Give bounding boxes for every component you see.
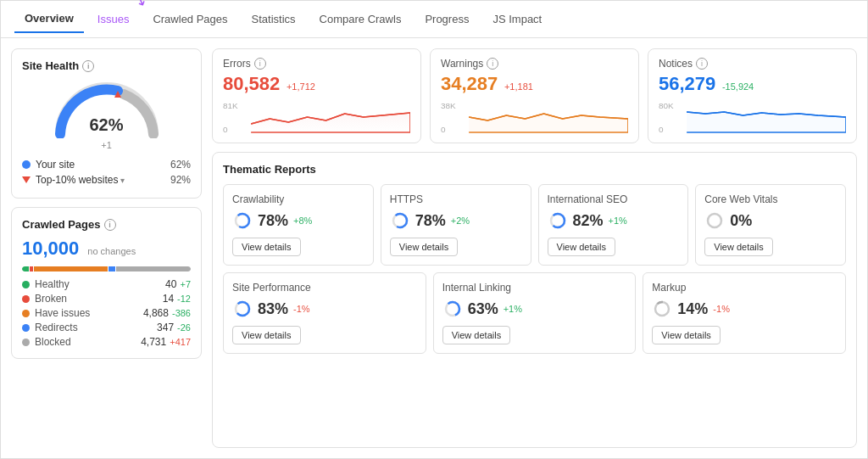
redirects-dot	[22, 324, 30, 332]
crawlability-circle-icon	[232, 210, 253, 231]
bar-blocked	[116, 266, 191, 271]
crawled-progress-bar	[22, 266, 191, 271]
nav-bar: Overview Issues ↙ Crawled Pages Statisti…	[1, 1, 867, 38]
crawled-legend-broken: Broken 14 -12	[22, 293, 191, 305]
svg-point-13	[708, 214, 721, 227]
crawlability-view-details-button[interactable]: View details	[232, 238, 301, 256]
https-view-details-button[interactable]: View details	[390, 238, 459, 256]
markup-view-details-button[interactable]: View details	[652, 326, 721, 344]
crawled-legend-healthy: Healthy 40 +7	[22, 278, 191, 290]
international-seo-view-details-button[interactable]: View details	[548, 238, 616, 256]
notices-value-row: 56,279 -15,924	[659, 73, 846, 95]
gauge-svg: 62%	[52, 79, 162, 138]
report-site-performance: Site Performance 83% -1% View de	[223, 272, 426, 354]
gauge-change: +1	[101, 140, 112, 150]
https-pct-row: 78% +2%	[390, 210, 522, 231]
notices-info-icon[interactable]: i	[696, 58, 708, 70]
bar-redirects	[108, 266, 115, 271]
errors-value-row: 80,582 +1,712	[223, 73, 410, 95]
legend-row-top10: Top-10% websites ▾ 92%	[22, 172, 191, 188]
report-https: HTTPS 78% +2% View details	[381, 184, 531, 266]
internal-linking-view-details-button[interactable]: View details	[442, 326, 511, 344]
errors-chart: 81K 0	[223, 100, 410, 134]
internal-linking-pct-row: 63% +1%	[442, 299, 627, 319]
crawled-pages-title: Crawled Pages i	[22, 218, 191, 231]
site-performance-pct-row: 83% -1%	[232, 299, 417, 319]
crawled-pages-info-icon[interactable]: i	[104, 219, 116, 231]
crawled-count-row: 10,000 no changes	[22, 238, 191, 260]
errors-label: Errors i	[223, 58, 410, 70]
svg-text:81K: 81K	[223, 101, 238, 109]
gauge-value: 62%	[89, 115, 123, 135]
svg-text:38K: 38K	[441, 101, 456, 109]
nav-item-progress[interactable]: Progress	[415, 6, 479, 32]
crawlability-pct-row: 78% +8%	[232, 210, 364, 231]
stats-row: Errors i 80,582 +1,712	[212, 48, 857, 143]
blocked-dot	[22, 339, 30, 346]
report-markup: Markup 14% -1% View details	[643, 272, 846, 354]
core-web-vitals-pct-row: 0%	[704, 210, 837, 231]
crawled-legend-redirects: Redirects 347 -26	[22, 322, 191, 333]
svg-point-18	[655, 302, 669, 316]
warnings-value-row: 34,287 +1,181	[441, 73, 628, 95]
site-health-title: Site Health i	[22, 59, 191, 72]
internal-linking-circle-icon	[442, 299, 463, 319]
notices-label: Notices i	[659, 58, 846, 70]
report-core-web-vitals: Core Web Vitals 0% View details	[695, 184, 846, 266]
https-circle-icon	[390, 210, 410, 231]
nav-item-js-impact[interactable]: JS Impact	[482, 6, 552, 32]
crawled-legend-have-issues: Have issues 4,868 -386	[22, 307, 191, 319]
legend-row-your-site: Your site 62%	[22, 157, 191, 172]
nav-item-issues[interactable]: Issues ↙	[87, 6, 140, 32]
nav-item-overview[interactable]: Overview	[14, 5, 84, 33]
have-issues-dot	[22, 310, 30, 317]
bar-broken	[30, 266, 33, 271]
nav-item-crawled-pages[interactable]: Crawled Pages	[142, 6, 237, 32]
core-web-vitals-view-details-button[interactable]: View details	[704, 238, 773, 256]
site-health-card: Site Health i	[11, 48, 202, 199]
crawled-legend-blocked: Blocked 4,731 +417	[22, 336, 191, 348]
thematic-bottom-grid: Site Performance 83% -1% View de	[223, 272, 846, 354]
markup-pct-row: 14% -1%	[652, 299, 837, 319]
markup-circle-icon	[652, 299, 672, 319]
thematic-top-grid: Crawlability 78% +8% View detail	[223, 184, 846, 266]
errors-info-icon[interactable]: i	[254, 58, 266, 70]
gauge-container: 62% +1	[22, 79, 191, 150]
left-panel: Site Health i	[11, 48, 202, 448]
your-site-dot	[22, 160, 31, 169]
thematic-reports-title: Thematic Reports	[223, 163, 846, 176]
svg-text:0: 0	[659, 125, 664, 133]
notices-card: Notices i 56,279 -15,924 80K 0	[648, 48, 857, 143]
right-panel: Errors i 80,582 +1,712	[212, 48, 857, 448]
site-performance-view-details-button[interactable]: View details	[232, 326, 301, 344]
top10-triangle-icon	[22, 176, 31, 183]
bar-issues	[34, 266, 108, 271]
svg-text:0: 0	[223, 125, 228, 133]
warnings-label: Warnings i	[441, 58, 628, 70]
core-web-vitals-circle-icon	[704, 210, 725, 231]
main-content: Site Health i	[1, 38, 867, 458]
healthy-dot	[22, 281, 30, 288]
crawled-legend: Healthy 40 +7 Broken 14 -12 Have issues …	[22, 278, 191, 348]
bar-healthy	[22, 266, 29, 271]
international-seo-circle-icon	[548, 210, 568, 231]
crawled-pages-card: Crawled Pages i 10,000 no changes	[11, 207, 202, 359]
broken-dot	[22, 295, 30, 303]
svg-text:80K: 80K	[659, 101, 674, 109]
report-internal-linking: Internal Linking 63% +1% View de	[433, 272, 637, 354]
nav-item-statistics[interactable]: Statistics	[242, 6, 306, 32]
warnings-chart: 38K 0	[441, 100, 628, 134]
top10-chevron-icon[interactable]: ▾	[120, 176, 125, 185]
report-international-seo: International SEO 82% +1% View d	[538, 184, 689, 266]
site-performance-circle-icon	[232, 299, 253, 319]
errors-card: Errors i 80,582 +1,712	[212, 48, 421, 143]
warnings-card: Warnings i 34,287 +1,181 38K 0	[430, 48, 639, 143]
report-crawlability: Crawlability 78% +8% View detail	[223, 184, 374, 266]
svg-text:0: 0	[441, 125, 446, 133]
warnings-info-icon[interactable]: i	[487, 58, 498, 70]
international-seo-pct-row: 82% +1%	[548, 210, 680, 231]
site-health-info-icon[interactable]: i	[82, 60, 94, 72]
thematic-reports-card: Thematic Reports Crawlability	[212, 152, 857, 448]
nav-item-compare-crawls[interactable]: Compare Crawls	[309, 6, 412, 32]
notices-chart: 80K 0	[659, 100, 846, 134]
